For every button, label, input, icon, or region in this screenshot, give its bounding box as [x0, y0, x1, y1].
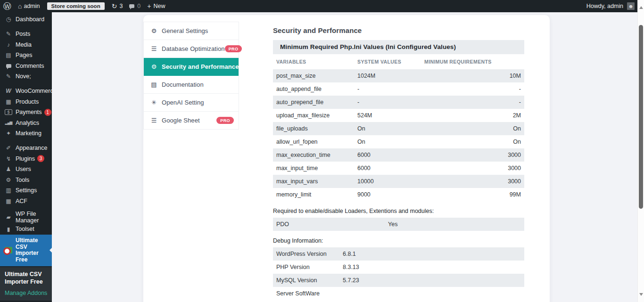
sidebar-item-acf[interactable]: ▦ ACF — [0, 196, 52, 207]
sidebar-item-toolset[interactable]: ▮ Toolset — [0, 224, 52, 235]
sidebar-item-users[interactable]: ♟ Users — [0, 164, 52, 175]
sidebar-item-posts[interactable]: ✎ Posts — [0, 29, 52, 40]
minimum-requirement: 3000 — [424, 152, 524, 158]
tab-database-optimization[interactable]: ☰ Database Optimization PRO — [144, 40, 239, 58]
minimum-requirement: 3000 — [424, 178, 524, 185]
debug-row: PHP Version 8.3.13 — [273, 261, 524, 274]
submenu-item-manage-addons[interactable]: Manage Addons — [5, 290, 49, 296]
wordpress-logo-menu[interactable]: Ⓦ — [0, 0, 15, 12]
minimum-requirement: 2M — [424, 112, 524, 119]
sidebar-item-payments[interactable]: $ Payments 1 — [0, 107, 52, 118]
debug-name: PHP Version — [273, 264, 343, 270]
howdy-account-menu[interactable]: Howdy, admin — [586, 3, 623, 9]
system-value: On — [357, 125, 424, 132]
users-icon: ♟ — [5, 166, 12, 172]
admin-bar-right: Howdy, admin ☻ — [586, 0, 637, 12]
settings-tab-list: ⚙ General Settings ☰ Database Optimizati… — [143, 22, 239, 130]
system-value: 6000 — [357, 165, 424, 171]
sidebar-item-ultimate-csv-importer-free[interactable]: Ultimate CSV Importer Free — [0, 235, 52, 266]
sidebar-item-plugins[interactable]: ↯ Plugins 3 — [0, 154, 52, 164]
tab-security-and-performance[interactable]: ⚙ Security and Performance — [144, 58, 239, 76]
site-name-menu[interactable]: ⌂ admin — [15, 0, 43, 12]
sidebar-item-appearance[interactable]: ✐ Appearance — [0, 143, 52, 154]
sidebar-item-products[interactable]: ▦ Products — [0, 97, 52, 107]
analytics-icon: ▂▄▆ — [5, 121, 12, 125]
ini-table-row: file_uploads On On — [273, 122, 524, 135]
new-label: New — [154, 3, 165, 9]
media-icon: ♪ — [5, 42, 12, 48]
sidebar-item-media[interactable]: ♪ Media — [0, 40, 52, 50]
sidebar-item-tools[interactable]: ⚙ Tools — [0, 175, 52, 186]
update-count: 3 — [119, 3, 123, 9]
pro-badge: PRO — [216, 117, 234, 124]
loader-value: Yes — [388, 221, 397, 228]
debug-section-label: Debug Information: — [273, 237, 524, 244]
sidebar-item-analytics[interactable]: ▂▄▆ Analytics — [0, 118, 52, 129]
col-variables: VARIABLES — [273, 59, 357, 65]
tab-openai-setting[interactable]: ✳ OpenAI Setting — [144, 94, 239, 112]
sidebar-item-settings[interactable]: ▥ Settings — [0, 185, 52, 196]
minimum-requirement: On — [424, 125, 524, 132]
scrollbar-up-arrow-icon[interactable] — [639, 6, 643, 9]
loader-row: PDO Yes — [273, 218, 524, 231]
gear-icon: ⚙ — [150, 28, 157, 34]
minimum-requirement: On — [424, 139, 524, 145]
megaphone-icon: ✦ — [5, 131, 12, 136]
admin-menu: ◷ Dashboard ✎ Posts ♪ Media ▤ Pages Comm… — [0, 12, 52, 266]
pushpin-icon: ✎ — [5, 31, 12, 37]
loader-name: PDO — [273, 221, 388, 228]
scrollbar-down-arrow-icon[interactable] — [639, 293, 643, 296]
sidebar-item-pages[interactable]: ▤ Pages — [0, 50, 52, 61]
home-icon: ⌂ — [18, 2, 22, 10]
variable-name: max_input_time — [273, 165, 357, 171]
sidebar-item-comments[interactable]: Comments — [0, 61, 52, 72]
ini-table-row: auto_prepend_file - - — [273, 96, 524, 109]
debug-value: 6.8.1 — [343, 251, 356, 257]
pro-badge: PRO — [225, 45, 242, 52]
brush-icon: ✐ — [5, 145, 12, 151]
avatar[interactable]: ☻ — [627, 2, 635, 10]
sidebar: ◷ Dashboard ✎ Posts ♪ Media ▤ Pages Comm… — [0, 12, 52, 302]
gear-icon: ⚙ — [150, 64, 157, 70]
tools-icon: ⚙ — [5, 177, 12, 183]
ini-table-rows: post_max_size 1024M 10M auto_append_file… — [273, 69, 524, 201]
ini-table-row: max_execution_time 6000 3000 — [273, 148, 524, 162]
sidebar-item-nove[interactable]: ✎ Nove; — [0, 71, 52, 82]
tab-general-settings[interactable]: ⚙ General Settings — [144, 22, 239, 40]
comments-menu[interactable]: 0 — [126, 0, 144, 12]
new-content-menu[interactable]: + New — [144, 0, 168, 12]
document-icon: ▤ — [150, 82, 157, 88]
system-value: 10000 — [357, 178, 424, 185]
sidebar-item-wp-file-manager[interactable]: ▰ WP File Manager — [0, 211, 52, 224]
csv-logo-icon — [5, 247, 12, 253]
ini-table-row: upload_max_filesize 524M 2M — [273, 109, 524, 122]
variable-name: memory_limit — [273, 191, 357, 198]
settings-card: ⚙ General Settings ☰ Database Optimizati… — [143, 15, 550, 302]
tab-google-sheet[interactable]: ☰ Google Sheet PRO — [144, 112, 239, 130]
page-title: Security and Performance — [273, 26, 524, 34]
variable-name: upload_max_filesize — [273, 112, 357, 119]
products-icon: ▦ — [5, 99, 12, 105]
sidebar-item-marketing[interactable]: ✦ Marketing — [0, 128, 52, 139]
database-icon: ☰ — [150, 46, 157, 52]
system-value: 9000 — [357, 191, 424, 198]
updates-menu[interactable]: ↻ 3 — [108, 0, 126, 12]
sidebar-item-dashboard[interactable]: ◷ Dashboard — [0, 14, 52, 25]
folder-icon: ▰ — [5, 214, 12, 220]
variable-name: max_execution_time — [273, 152, 357, 158]
wordpress-logo-icon: Ⓦ — [3, 2, 11, 10]
variable-name: auto_prepend_file — [273, 99, 357, 106]
debug-row: WordPress Version 6.8.1 — [273, 247, 524, 261]
ini-table-row: post_max_size 1024M 10M — [273, 69, 524, 82]
coming-soon-badge: Store coming soon — [47, 2, 105, 10]
tab-documentation[interactable]: ▤ Documentation — [144, 76, 239, 94]
col-system-values: SYSTEM VALUES — [357, 59, 424, 65]
toolset-icon: ▮ — [5, 227, 12, 232]
minimum-requirement: 10M — [424, 73, 524, 79]
debug-name: WordPress Version — [273, 251, 343, 257]
system-value: 6000 — [357, 152, 424, 158]
submenu-item-ultimate-csv-importer-free[interactable]: Ultimate CSV Importer Free — [5, 271, 49, 286]
sidebar-item-woocommerce[interactable]: W WooCommerce — [0, 86, 52, 97]
scrollbar-thumb[interactable] — [639, 25, 643, 209]
woocommerce-icon: W — [5, 88, 12, 94]
